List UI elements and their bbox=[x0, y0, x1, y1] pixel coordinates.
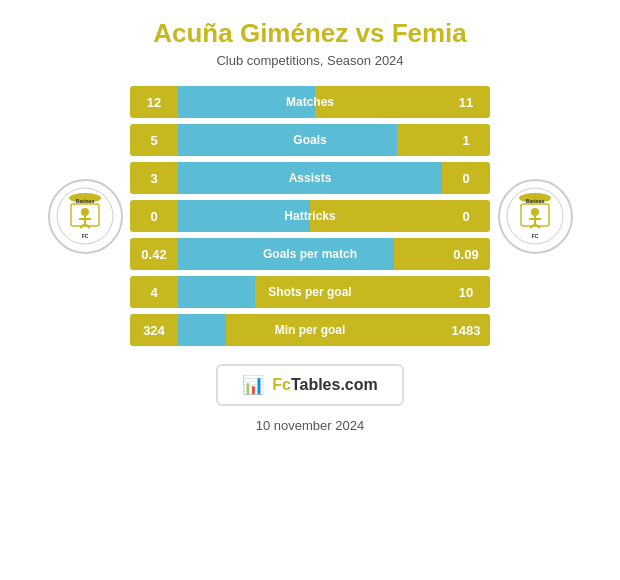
stat-bar-area: Matches bbox=[178, 86, 442, 118]
stat-right-value: 0 bbox=[442, 209, 490, 224]
stat-right-value: 1483 bbox=[442, 323, 490, 338]
stat-row: 0Hattricks0 bbox=[130, 200, 490, 232]
stats-container: 12Matches115Goals13Assists00Hattricks00.… bbox=[130, 86, 490, 346]
badge-left: Barinas FC bbox=[40, 179, 130, 254]
stat-bar-area: Min per goal bbox=[178, 314, 442, 346]
stat-right-value: 1 bbox=[442, 133, 490, 148]
stat-label: Shots per goal bbox=[178, 285, 442, 299]
stat-row: 324Min per goal1483 bbox=[130, 314, 490, 346]
svg-point-4 bbox=[81, 208, 89, 216]
stat-row: 12Matches11 bbox=[130, 86, 490, 118]
comparison-section: Barinas FC 12Matches115Goals13Assists00H… bbox=[10, 86, 610, 346]
stat-left-value: 0.42 bbox=[130, 247, 178, 262]
stat-label: Matches bbox=[178, 95, 442, 109]
left-team-badge: Barinas FC bbox=[48, 179, 123, 254]
fctables-logo-text: FcTables.com bbox=[272, 376, 378, 394]
stat-bar-area: Assists bbox=[178, 162, 442, 194]
svg-text:FC: FC bbox=[82, 233, 89, 239]
page-subtitle: Club competitions, Season 2024 bbox=[216, 53, 403, 68]
svg-text:Barinas: Barinas bbox=[526, 198, 545, 204]
page-title: Acuña Giménez vs Femia bbox=[153, 18, 467, 49]
stat-label: Min per goal bbox=[178, 323, 442, 337]
stat-right-value: 0 bbox=[442, 171, 490, 186]
stat-left-value: 5 bbox=[130, 133, 178, 148]
date-footer: 10 november 2024 bbox=[256, 418, 364, 433]
stat-label: Hattricks bbox=[178, 209, 442, 223]
stat-bar-area: Hattricks bbox=[178, 200, 442, 232]
stat-row: 4Shots per goal10 bbox=[130, 276, 490, 308]
stat-left-value: 12 bbox=[130, 95, 178, 110]
stat-label: Goals bbox=[178, 133, 442, 147]
stat-label: Goals per match bbox=[178, 247, 442, 261]
stat-row: 3Assists0 bbox=[130, 162, 490, 194]
stat-label: Assists bbox=[178, 171, 442, 185]
chart-icon: 📊 bbox=[242, 374, 264, 396]
svg-point-14 bbox=[531, 208, 539, 216]
stat-right-value: 0.09 bbox=[442, 247, 490, 262]
right-team-badge: Barinas FC bbox=[498, 179, 573, 254]
svg-text:Barinas: Barinas bbox=[76, 198, 95, 204]
stat-right-value: 10 bbox=[442, 285, 490, 300]
stat-row: 0.42Goals per match0.09 bbox=[130, 238, 490, 270]
stat-bar-area: Goals bbox=[178, 124, 442, 156]
fctables-branding: 📊 FcTables.com bbox=[216, 364, 404, 406]
stat-left-value: 324 bbox=[130, 323, 178, 338]
badge-right: Barinas FC bbox=[490, 179, 580, 254]
stat-bar-area: Goals per match bbox=[178, 238, 442, 270]
svg-text:FC: FC bbox=[532, 233, 539, 239]
stat-row: 5Goals1 bbox=[130, 124, 490, 156]
stat-bar-area: Shots per goal bbox=[178, 276, 442, 308]
stat-left-value: 3 bbox=[130, 171, 178, 186]
stat-left-value: 4 bbox=[130, 285, 178, 300]
stat-left-value: 0 bbox=[130, 209, 178, 224]
stat-right-value: 11 bbox=[442, 95, 490, 110]
